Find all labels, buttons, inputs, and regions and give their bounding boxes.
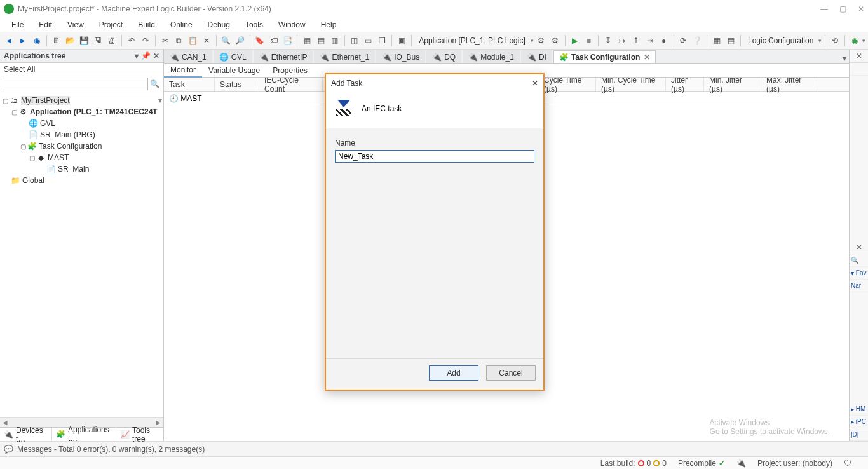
task-name-input[interactable] [335, 150, 534, 163]
dialog-close-icon[interactable]: ✕ [532, 79, 538, 88]
modal-overlay: Add Task ✕ An IEC task Name Add Cancel [0, 0, 868, 469]
dialog-footer: Add Cancel [326, 358, 543, 390]
dialog-body: Name [326, 128, 543, 358]
add-task-dialog: Add Task ✕ An IEC task Name Add Cancel [325, 73, 545, 391]
dialog-header: An IEC task [326, 92, 543, 128]
task-download-icon [335, 100, 353, 118]
add-button[interactable]: Add [429, 365, 478, 381]
name-label: Name [335, 139, 534, 147]
dialog-titlebar: Add Task ✕ [326, 74, 543, 92]
dialog-title: Add Task [331, 79, 362, 88]
dialog-subtitle: An IEC task [362, 104, 402, 113]
cancel-button[interactable]: Cancel [486, 365, 536, 381]
